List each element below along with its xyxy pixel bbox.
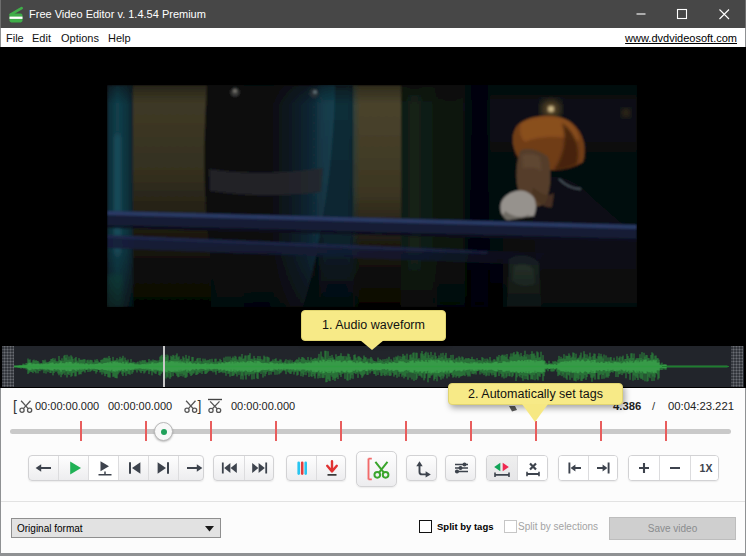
svg-text:1X: 1X xyxy=(699,462,712,474)
